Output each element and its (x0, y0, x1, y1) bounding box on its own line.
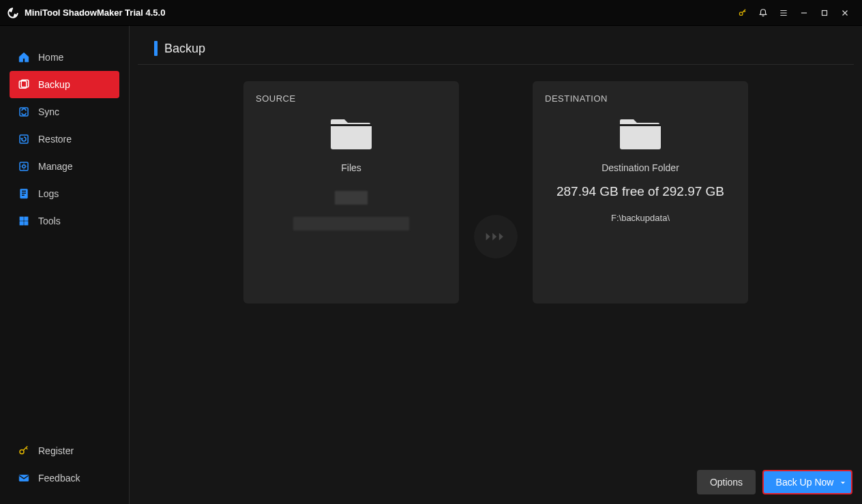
sidebar-item-label: Manage (38, 161, 73, 172)
titlebar: MiniTool ShadowMaker Trial 4.5.0 (0, 0, 862, 26)
mail-icon (18, 472, 30, 484)
svg-rect-11 (20, 222, 23, 225)
sidebar-item-manage[interactable]: Manage (10, 153, 119, 180)
logs-icon (18, 188, 30, 200)
sidebar-item-label: Logs (38, 188, 59, 199)
maximize-button[interactable] (814, 3, 835, 23)
destination-title: DESTINATION (533, 93, 608, 104)
transfer-arrow-icon (474, 215, 518, 258)
restore-icon (18, 133, 30, 145)
page-title: Backup (164, 42, 205, 56)
home-icon (18, 51, 30, 63)
backup-icon (18, 78, 30, 91)
sidebar-item-label: Restore (38, 134, 72, 145)
source-redacted-2 (293, 217, 409, 231)
minimize-button[interactable] (794, 3, 814, 23)
source-card[interactable]: SOURCE Files (243, 81, 459, 303)
folder-icon (619, 116, 662, 153)
svg-rect-1 (822, 10, 827, 15)
sidebar-item-label: Feedback (38, 473, 80, 484)
sidebar-item-label: Tools (38, 216, 61, 226)
app-logo-icon (7, 7, 19, 19)
svg-rect-15 (331, 124, 372, 126)
sidebar-item-logs[interactable]: Logs (10, 180, 119, 207)
footer-buttons: Options Back Up Now (697, 470, 852, 494)
svg-point-7 (23, 165, 26, 168)
chevron-down-icon (840, 477, 846, 488)
sidebar: Home Backup Sync Restore Manage Logs (0, 26, 130, 504)
app-title: MiniTool ShadowMaker Trial 4.5.0 (25, 8, 165, 18)
destination-space: 287.94 GB free of 292.97 GB (556, 184, 724, 199)
sidebar-item-backup[interactable]: Backup (10, 71, 119, 98)
svg-rect-10 (25, 217, 28, 220)
tools-icon (18, 215, 30, 227)
sidebar-item-home[interactable]: Home (10, 44, 119, 71)
svg-rect-5 (20, 135, 28, 143)
folder-icon (329, 116, 373, 153)
sidebar-item-label: Backup (38, 79, 70, 90)
destination-caption: Destination Folder (601, 162, 679, 173)
source-title: SOURCE (243, 93, 296, 104)
sync-icon (18, 106, 30, 118)
svg-point-13 (20, 450, 24, 454)
sidebar-item-register[interactable]: Register (10, 437, 119, 464)
svg-rect-16 (620, 124, 661, 126)
options-button[interactable]: Options (697, 470, 756, 494)
page-header: Backup (138, 26, 854, 65)
main-content: Backup SOURCE Files DESTINATION (130, 26, 862, 504)
destination-path: F:\backupdata\ (611, 213, 670, 223)
source-redacted-1 (335, 191, 368, 205)
backup-now-label: Back Up Now (776, 477, 834, 488)
key-icon (18, 445, 30, 457)
sidebar-item-label: Home (38, 52, 63, 63)
svg-point-0 (739, 12, 743, 15)
source-caption: Files (341, 162, 361, 173)
license-key-icon[interactable] (732, 3, 753, 23)
sidebar-item-label: Register (38, 445, 74, 456)
accent-bar (154, 41, 158, 56)
sidebar-item-sync[interactable]: Sync (10, 98, 119, 125)
menu-icon[interactable] (773, 3, 794, 23)
sidebar-item-label: Sync (38, 106, 59, 117)
sidebar-item-feedback[interactable]: Feedback (10, 464, 119, 492)
svg-rect-9 (20, 217, 23, 220)
backup-now-button[interactable]: Back Up Now (762, 470, 852, 494)
notifications-icon[interactable] (753, 3, 773, 23)
svg-rect-12 (25, 222, 28, 225)
close-button[interactable] (835, 3, 855, 23)
sidebar-item-restore[interactable]: Restore (10, 125, 119, 153)
manage-icon (18, 160, 30, 173)
sidebar-item-tools[interactable]: Tools (10, 207, 119, 235)
destination-card[interactable]: DESTINATION Destination Folder 287.94 GB… (533, 81, 748, 303)
